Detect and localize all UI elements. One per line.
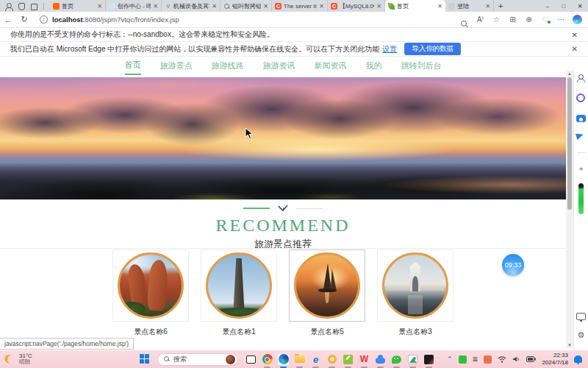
tray-green-icon[interactable]	[459, 355, 467, 364]
screenshot-tool-icon[interactable]	[576, 313, 586, 320]
settings-link[interactable]: 设置	[382, 44, 397, 54]
nav-item-admin[interactable]: 跳转到后台	[401, 60, 442, 74]
minimize-button[interactable]: –	[539, 0, 556, 12]
maximize-button[interactable]: □	[556, 0, 572, 12]
spot-card[interactable]: 景点名称5	[289, 250, 365, 337]
notepad-plus-icon[interactable]	[343, 354, 354, 365]
edge-browser-window: 首页 ✕ 创作中心 - 哔哩 ✕ V 机械设备及其零 ✕ 锟叫斅拷锟厅拷 ✕ C…	[0, 0, 588, 368]
tab-close-icon[interactable]: ✕	[212, 3, 217, 10]
new-tab-button[interactable]: +	[494, 1, 507, 10]
workspaces-icon[interactable]	[17, 2, 25, 10]
tab-close-icon[interactable]: ✕	[437, 3, 442, 10]
nav-item-mine[interactable]: 我的	[366, 60, 382, 74]
taskbar-app-icons: e W	[245, 354, 434, 365]
tab-close-icon[interactable]: ✕	[376, 3, 381, 10]
sidebar-m365-icon[interactable]	[576, 93, 585, 102]
spot-card[interactable]: 景点名称6	[112, 250, 189, 337]
battery-icon[interactable]	[526, 356, 536, 362]
sidebar-image-creator-icon[interactable]	[576, 115, 586, 122]
search-news-thumbnail	[226, 355, 235, 364]
scroll-up-icon[interactable]: ▲	[566, 71, 573, 76]
split-screen-icon[interactable]: ⊞	[508, 15, 517, 24]
nav-item-travel-info[interactable]: 旅游资讯	[263, 60, 295, 74]
system-tray: ⌃ ≣ 22:33 2024/7/18	[447, 352, 588, 366]
sidebar-drop-icon[interactable]	[576, 132, 584, 141]
import-data-button[interactable]: 导入你的数据	[404, 43, 461, 55]
nav-item-routes[interactable]: 旅游线路	[212, 60, 244, 74]
ie-browser-icon[interactable]: e	[310, 354, 321, 365]
tab-close-icon[interactable]: ✕	[97, 3, 102, 10]
tab-close-icon[interactable]: ✕	[153, 3, 158, 10]
tab-close-icon[interactable]: ✕	[263, 3, 268, 10]
sidebar-people-icon[interactable]	[576, 74, 586, 83]
photos-icon[interactable]	[407, 354, 418, 365]
weather-moon-icon	[6, 354, 16, 364]
recommend-section: RECOMMEND 旅游景点推荐	[0, 202, 566, 251]
profile-avatar-icon[interactable]	[4, 2, 12, 10]
refresh-icon[interactable]: ↻	[16, 15, 32, 24]
address-bar[interactable]: localhost:8080/jspm7vtqc/front/index.jsp	[52, 15, 179, 24]
sidebar-add-icon[interactable]: ＋	[576, 163, 586, 173]
spot-photo[interactable]	[118, 252, 184, 319]
cloud-drive-icon[interactable]	[375, 354, 386, 365]
nav-item-scenic-spots[interactable]: 旅游景点	[160, 60, 193, 74]
back-icon[interactable]: ←	[0, 15, 16, 24]
favorites-star-icon[interactable]: ☆	[492, 15, 501, 24]
close-icon[interactable]: ✕	[572, 45, 578, 53]
browser-tab[interactable]: C The server time ✕	[272, 0, 328, 12]
file-explorer-icon[interactable]	[294, 354, 305, 365]
spot-photo[interactable]	[206, 252, 272, 319]
leaf-favicon-icon	[388, 3, 395, 10]
taskbar-clock[interactable]: 22:33 2024/7/18	[542, 352, 568, 366]
hero-banner-image[interactable]	[0, 77, 566, 199]
spot-card[interactable]: 景点名称1	[201, 250, 277, 337]
tab-close-icon[interactable]: ✕	[485, 3, 490, 10]
taskbar-search-box[interactable]: 搜索	[157, 353, 238, 366]
scroll-down-icon[interactable]: ▼	[566, 343, 573, 347]
task-view-icon[interactable]	[245, 354, 257, 365]
page-scrollbar[interactable]: ▲ ▼	[566, 71, 573, 348]
nav-item-news[interactable]: 新闻资讯	[315, 60, 347, 74]
browser-tab[interactable]: 创作中心 - 哔哩 ✕	[106, 0, 162, 12]
tab-actions-icon[interactable]	[29, 2, 37, 10]
scrollbar-thumb[interactable]	[567, 77, 572, 210]
settings-menu-icon[interactable]: ⋯	[556, 15, 566, 24]
wechat-icon[interactable]	[391, 354, 402, 365]
yellow-app-icon[interactable]	[326, 354, 337, 365]
spot-card[interactable]: 景点名称3	[377, 250, 453, 337]
wifi-icon[interactable]	[498, 355, 506, 363]
nav-item-home[interactable]: 首页	[125, 60, 141, 75]
sidebar-settings-gear-icon[interactable]: ⚙	[578, 330, 585, 340]
spot-cards: 景点名称6 景点名称1 景点名称5 景点名称3	[0, 250, 566, 337]
browser-essentials-icon[interactable]: ♡	[540, 15, 550, 24]
start-button[interactable]	[140, 354, 150, 364]
copilot-icon[interactable]	[573, 15, 582, 24]
notification-bell-icon[interactable]	[574, 355, 582, 363]
tab-close-icon[interactable]: ✕	[319, 3, 324, 10]
edge-icon[interactable]	[278, 354, 289, 365]
tray-orange-icon[interactable]	[484, 355, 492, 364]
close-icon[interactable]: ✕	[572, 31, 578, 39]
toolbar-right-icons: A⁾ ☆ ⊞ ⊕ ♡ ⋯	[459, 15, 588, 24]
browser-tab[interactable]: C 【MySQL8.0锟斤 ✕	[328, 0, 385, 12]
browser-tab[interactable]: V 机械设备及其零 ✕	[162, 0, 220, 12]
tray-list-icon[interactable]: ≣	[473, 355, 478, 363]
spot-photo[interactable]	[382, 252, 448, 319]
close-button[interactable]: ✕	[572, 0, 588, 12]
read-aloud-icon[interactable]: A⁾	[476, 15, 485, 24]
hidden-icons-chevron-icon[interactable]: ⌃	[447, 355, 453, 363]
browser-tab[interactable]: 锟叫斅拷锟厅拷 ✕	[220, 0, 272, 12]
wps-icon[interactable]: W	[359, 354, 370, 365]
browser-tab[interactable]: 登陆 ✕	[445, 0, 494, 12]
weather-widget[interactable]: 31°C 晴朗	[0, 353, 140, 366]
chrome-icon[interactable]	[262, 354, 273, 365]
spot-photo[interactable]	[294, 252, 360, 319]
site-info-icon[interactable]: i	[40, 15, 48, 24]
volume-icon[interactable]	[512, 355, 520, 363]
ide-icon[interactable]	[423, 354, 434, 365]
floating-timer-badge[interactable]: 09:33	[502, 254, 524, 276]
browser-tab-active[interactable]: 首页 ✕	[385, 0, 445, 12]
hero-clouds	[0, 77, 566, 153]
browser-tab[interactable]: 首页 ✕	[50, 0, 106, 12]
collections-icon[interactable]: ⊕	[524, 15, 534, 24]
